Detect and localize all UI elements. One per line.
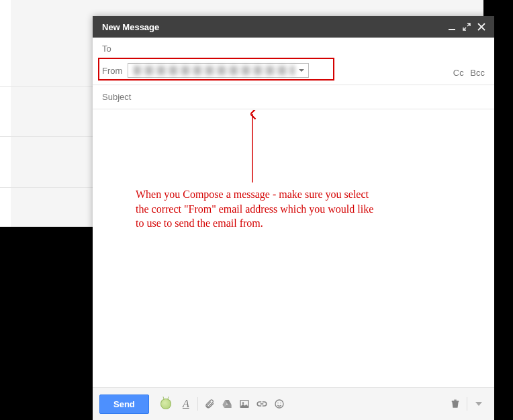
page-background-stripe [0,0,11,227]
divider [0,136,93,137]
svg-point-5 [277,403,278,403]
expand-icon[interactable] [461,21,473,33]
from-select[interactable] [128,63,309,78]
from-label: From [102,66,122,76]
emoji-icon[interactable] [271,395,288,413]
compose-body[interactable]: When you Compose a message - make sure y… [93,109,494,387]
recipients-section: To From Cc Bcc [93,38,494,85]
to-label: To [102,44,111,54]
compose-title: New Message [102,22,159,32]
greenbug-icon[interactable] [157,395,175,413]
compose-window: New Message To From Cc Bcc [93,16,494,420]
subject-field[interactable]: Subject [93,85,494,109]
toolbar-divider [197,397,198,411]
annotation-arrow [246,110,259,184]
svg-point-3 [242,402,244,404]
cc-button[interactable]: Cc [453,68,464,78]
drive-icon[interactable] [218,395,236,413]
bcc-button[interactable]: Bcc [470,68,485,78]
svg-rect-8 [454,400,457,401]
photo-icon[interactable] [236,395,253,413]
cc-bcc-controls: Cc Bcc [449,68,485,78]
svg-rect-7 [452,401,459,402]
subject-placeholder: Subject [102,92,131,102]
svg-rect-0 [449,29,455,30]
attach-icon[interactable] [201,395,218,413]
compose-toolbar: Send A [93,387,494,420]
svg-point-6 [280,403,281,403]
close-icon[interactable] [475,21,487,33]
send-button[interactable]: Send [99,395,149,414]
trash-icon[interactable] [447,395,464,413]
svg-point-4 [275,400,283,408]
chevron-down-icon [299,69,304,72]
from-email-value [134,66,295,75]
to-field[interactable]: To [93,38,494,59]
format-icon[interactable]: A [177,395,195,413]
from-row: From [93,59,494,85]
annotation-text: When you Compose a message - make sure y… [136,187,384,231]
toolbar-divider [467,397,467,411]
divider [0,187,93,188]
minimize-icon[interactable] [446,21,458,33]
compose-header: New Message [93,16,494,38]
divider [0,86,93,87]
link-icon[interactable] [253,395,271,413]
more-icon[interactable] [470,395,487,413]
